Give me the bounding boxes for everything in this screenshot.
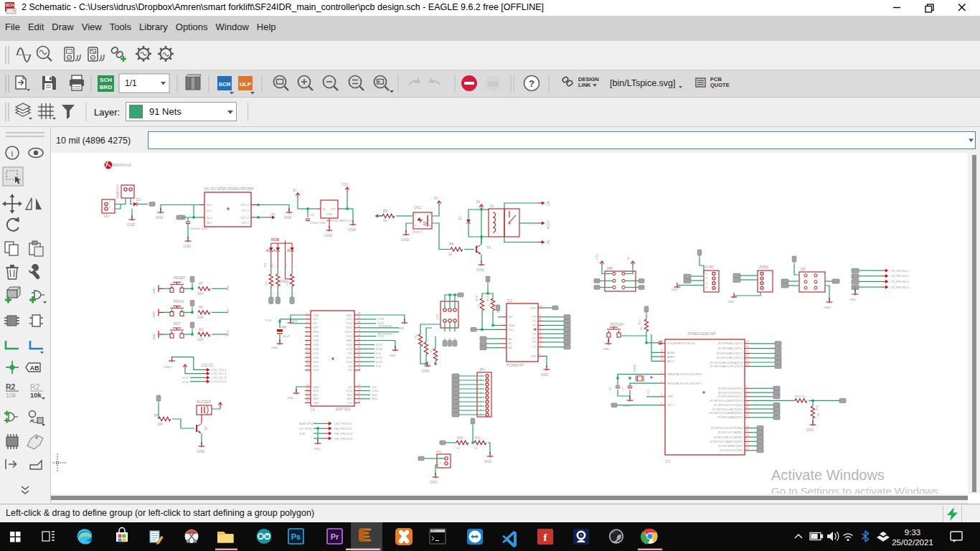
svg-text:3.3V: 3.3V [265, 319, 272, 322]
svg-text:(PCINT12/ADC4/SDA)PC4: (PCINT12/ADC4/SDA)PC4 [710, 362, 743, 364]
svg-text:PB6(XTAL1/TOSC1)PCINT6: PB6(XTAL1/TOSC1)PCINT6 [667, 373, 702, 376]
svg-text:15: 15 [306, 384, 309, 387]
svg-text:C1: C1 [283, 326, 287, 329]
svg-text:LM393: LM393 [758, 265, 768, 269]
svg-text:SVP: SVP [313, 326, 319, 329]
svg-text:1k: 1k [448, 253, 453, 256]
svg-text:I2C SP32: I2C SP32 [299, 427, 313, 430]
svg-text:P4: P4 [532, 333, 536, 336]
svg-text:P7: P7 [532, 346, 536, 349]
svg-text:CN_PRO3/0-2: CN_PRO3/0-2 [890, 274, 910, 278]
svg-text:GND: GND [313, 314, 319, 317]
svg-text:R14: R14 [815, 405, 819, 410]
svg-text:1: 1 [109, 201, 110, 204]
svg-text:27: 27 [746, 359, 749, 362]
svg-text:1k: 1k [383, 219, 387, 222]
svg-text:GND: GND [727, 300, 735, 303]
svg-text:(PCINT1/OC1A)PB1: (PCINT1/OC1A)PB1 [717, 431, 743, 434]
svg-text:R10: R10 [457, 436, 463, 440]
svg-text:10k: 10k [6, 392, 17, 399]
svg-text:16: 16 [746, 434, 749, 437]
svg-text:(PCINT18/INT0)PD2: (PCINT18/INT0)PD2 [717, 395, 743, 398]
svg-text:IO2: IO2 [348, 386, 352, 389]
svg-text:11: 11 [540, 339, 542, 342]
svg-text:OUT-2: OUT-2 [241, 222, 249, 225]
svg-text:(PCINT13/ADC5/SCL)PC5: (PCINT13/ADC5/SCL)PC5 [710, 365, 743, 368]
svg-text:CN_PRO3/0-4: CN_PRO3/0-4 [890, 286, 910, 289]
svg-text:IN+2: IN+2 [207, 217, 212, 220]
svg-text:3.3V: 3.3V [299, 432, 306, 435]
svg-text:GND: GND [397, 326, 405, 330]
svg-text:TX ESP32: TX ESP32 [378, 324, 392, 328]
svg-text:IO27: IO27 [313, 361, 319, 364]
svg-text:25: 25 [358, 367, 361, 370]
svg-text:EN: EN [226, 286, 230, 290]
svg-text:EN: EN [313, 322, 317, 325]
svg-text:IO15: IO15 [182, 376, 189, 380]
svg-text:PB7(XTAL2/TOSC2)PCINT7: PB7(XTAL2/TOSC2)PCINT7 [667, 382, 702, 385]
svg-text:i: i [11, 149, 14, 159]
svg-text:IO21: IO21 [377, 334, 385, 338]
svg-text:(PCINT11/ADC3)PC3: (PCINT11/ADC3)PC3 [717, 357, 743, 359]
svg-text:GND: GND [156, 216, 164, 220]
svg-text:R7: R7 [199, 281, 204, 286]
svg-text:11: 11 [306, 354, 308, 357]
svg-text:SD2: SD2 [313, 394, 318, 397]
svg-text:13: 13 [746, 414, 749, 417]
svg-text:SCH: SCH [6, 3, 14, 7]
svg-text:P3: P3 [532, 329, 536, 331]
svg-text:CLK: CLK [347, 402, 353, 405]
svg-text:IO16: IO16 [347, 361, 352, 364]
svg-text:R9: R9 [383, 209, 388, 213]
svg-text:GND: GND [484, 460, 492, 463]
svg-text:(PCINT3/OC2A/MOSI)PB3: (PCINT3/OC2A/MOSI)PB3 [710, 441, 743, 443]
svg-text:IC2: IC2 [507, 299, 513, 303]
svg-text:GND: GND [389, 354, 396, 357]
svg-text:1000uF (16V: 1000uF (16V [190, 227, 207, 230]
svg-text:P1: P1 [532, 320, 536, 323]
svg-text:GND: GND [401, 237, 410, 242]
svg-text:ATMEGA328-20P: ATMEGA328-20P [687, 331, 716, 336]
svg-text:TXD0: TXD0 [345, 326, 352, 329]
svg-text:BUZZER: BUZZER [197, 400, 211, 404]
svg-text:OUT+2: OUT+2 [240, 217, 249, 220]
svg-text:COM: COM [546, 221, 550, 229]
svg-text:IO23: IO23 [377, 317, 385, 321]
svg-text:AVCC: AVCC [667, 360, 675, 363]
svg-text:IN-1: IN-1 [207, 209, 212, 212]
svg-text:GND: GND [324, 233, 333, 237]
svg-text:CN_PROG-2: CN_PROG-2 [334, 427, 353, 430]
svg-text:GND: GND [152, 334, 156, 340]
svg-text:34: 34 [358, 329, 361, 332]
svg-text:IO2: IO2 [372, 385, 377, 389]
svg-text:IO18: IO18 [376, 347, 383, 351]
svg-text:RST328: RST328 [611, 323, 623, 326]
svg-text:IO35: IO35 [313, 339, 319, 342]
svg-text:VCC: VCC [647, 389, 650, 395]
svg-text:18: 18 [306, 396, 309, 399]
svg-text:OUT+1: OUT+1 [240, 204, 249, 207]
svg-text:IO23: IO23 [347, 318, 352, 321]
svg-text:(PCINT20/XCK/T0)PD4: (PCINT20/XCK/T0)PD4 [714, 404, 743, 407]
svg-text:IO25: IO25 [313, 352, 319, 355]
svg-text:ULP: ULP [240, 81, 252, 88]
svg-text:LCD_I2C-4: LCD_I2C-4 [211, 380, 227, 383]
svg-text:GND: GND [849, 298, 857, 301]
svg-text:10K: 10K [197, 315, 204, 319]
svg-text:80V: 80V [436, 450, 442, 453]
svg-text:1k: 1k [474, 446, 478, 450]
svg-text:15: 15 [746, 429, 749, 432]
svg-text:RGB: RGB [271, 237, 280, 242]
svg-text:GYRO: GYRO [705, 265, 715, 269]
svg-text:JMR: JMR [606, 267, 613, 270]
svg-text:GND: GND [197, 449, 205, 453]
svg-text:PC6(RESET/PCINT14): PC6(RESET/PCINT14) [667, 342, 696, 345]
svg-text:GND: GND [271, 346, 278, 349]
svg-text:IO26: IO26 [313, 357, 319, 359]
svg-text:R17: R17 [638, 319, 641, 324]
svg-text:C7: C7 [622, 387, 625, 391]
svg-text:12: 12 [746, 410, 749, 413]
svg-text:IO14: IO14 [313, 365, 319, 368]
svg-text:GND: GND [152, 311, 156, 318]
svg-text:10K: 10K [197, 291, 204, 296]
